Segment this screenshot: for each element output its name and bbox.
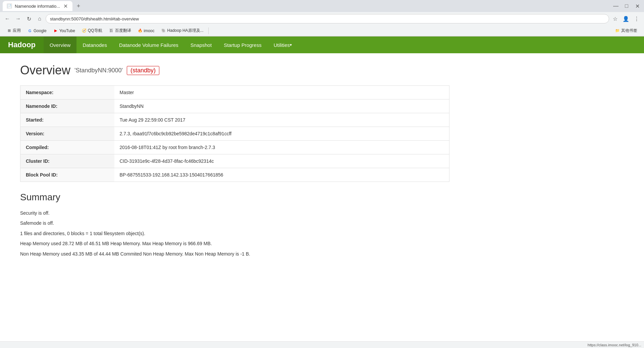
nav-item-utilities[interactable]: Utilities <box>268 37 298 53</box>
row-label: Version: <box>20 127 114 141</box>
bookmark-hadoop-label: Hadoop HA原理及... <box>167 28 204 33</box>
summary-section: Summary Security is off. Safemode is off… <box>20 192 449 258</box>
nav-item-snapshot[interactable]: Snapshot <box>184 37 218 53</box>
row-label: Namespace: <box>20 86 114 99</box>
bookmark-youtube[interactable]: ▶ YouTube <box>51 28 78 34</box>
overview-title: Overview <box>20 63 70 77</box>
row-value: Tue Aug 29 22:59:00 CST 2017 <box>114 113 449 127</box>
page-title: Overview 'StandbyNN:9000' (standby) <box>20 63 449 77</box>
bookmark-youtube-label: YouTube <box>59 28 75 33</box>
tab-bar: 📄 Namenode informatio... ✕ + — □ ✕ <box>0 0 644 12</box>
qqnav-icon: 🧭 <box>82 28 87 33</box>
close-button[interactable]: ✕ <box>633 2 641 10</box>
user-button[interactable]: 👤 <box>621 14 631 23</box>
table-row: Version: 2.7.3, rbaa91f7c6bc9cb92be5982d… <box>20 127 449 141</box>
row-value: 2.7.3, rbaa91f7c6bc9cb92be5982de4719c1c8… <box>114 127 449 141</box>
main-content: Overview 'StandbyNN:9000' (standby) Name… <box>0 53 470 270</box>
google-icon: G <box>28 28 32 33</box>
back-button[interactable]: ← <box>3 14 12 23</box>
summary-line-5: Non Heap Memory used 43.35 MB of 44.44 M… <box>20 250 449 258</box>
row-label: Compiled: <box>20 141 114 154</box>
tab-favicon: 📄 <box>7 3 12 9</box>
bookmark-baidu-label: 百度翻译 <box>115 28 131 33</box>
hadoop-bookmark-icon: 🐘 <box>161 28 166 33</box>
home-button[interactable]: ⌂ <box>35 14 44 23</box>
row-value: 2016-08-18T01:41Z by root from branch-2.… <box>114 141 449 154</box>
nav-item-overview[interactable]: Overview <box>44 37 77 53</box>
window-controls: — □ ✕ <box>612 2 641 10</box>
bookmark-apps[interactable]: ⊞ 应用 <box>4 27 23 34</box>
table-row: Namenode ID: StandbyNN <box>20 99 449 113</box>
bookmark-google-label: Google <box>34 28 47 33</box>
bookmark-other[interactable]: 📁 其他书签 <box>612 27 640 34</box>
nav-item-datanodes[interactable]: Datanodes <box>76 37 113 53</box>
standby-badge: (standby) <box>127 66 159 75</box>
address-bar[interactable]: standbynn:50070/dfshealth.html#tab-overv… <box>46 14 609 23</box>
row-label: Namenode ID: <box>20 99 114 113</box>
hadoop-navbar: Hadoop Overview Datanodes Datanode Volum… <box>0 37 644 53</box>
bookmark-qqnav[interactable]: 🧭 QQ导航 <box>79 27 105 34</box>
bookmarks-bar: ⊞ 应用 G Google ▶ YouTube 🧭 QQ导航 百 百度翻译 🔥 … <box>0 25 644 36</box>
summary-line-1: Security is off. <box>20 209 449 217</box>
new-tab-button[interactable]: + <box>74 1 83 11</box>
imooc-icon: 🔥 <box>138 28 143 33</box>
bookmark-separator <box>208 27 209 34</box>
nav-bar: ← → ↻ ⌂ standbynn:50070/dfshealth.html#t… <box>0 12 644 25</box>
hadoop-nav-items: Overview Datanodes Datanode Volume Failu… <box>44 37 298 53</box>
refresh-button[interactable]: ↻ <box>24 14 34 23</box>
nav-item-datanode-volume-failures[interactable]: Datanode Volume Failures <box>113 37 184 53</box>
active-tab[interactable]: 📄 Namenode informatio... ✕ <box>3 1 72 11</box>
overview-host: 'StandbyNN:9000' <box>74 67 123 74</box>
overview-section: Overview 'StandbyNN:9000' (standby) Name… <box>20 63 449 182</box>
nav-actions: ☆ 👤 ⋮ <box>610 14 641 23</box>
minimize-button[interactable]: — <box>612 2 620 10</box>
bookmark-other-label: 其他书签 <box>621 28 637 33</box>
summary-line-4: Heap Memory used 28.72 MB of 46.51 MB He… <box>20 240 449 247</box>
baidu-icon: 百 <box>109 28 114 33</box>
bookmark-button[interactable]: ☆ <box>610 14 620 23</box>
tab-close-button[interactable]: ✕ <box>63 3 68 9</box>
row-value: StandbyNN <box>114 99 449 113</box>
tab-title: Namenode informatio... <box>15 4 60 9</box>
address-text: standbynn:50070/dfshealth.html#tab-overv… <box>50 16 139 21</box>
forward-button[interactable]: → <box>13 14 23 23</box>
table-row: Compiled: 2016-08-18T01:41Z by root from… <box>20 141 449 154</box>
bookmark-apps-label: 应用 <box>13 28 21 33</box>
table-row: Block Pool ID: BP-687551533-192.168.142.… <box>20 168 449 182</box>
bookmark-baidufanyi[interactable]: 百 百度翻译 <box>106 27 134 34</box>
overview-table: Namespace: Master Namenode ID: StandbyNN… <box>20 85 449 182</box>
row-label: Cluster ID: <box>20 154 114 168</box>
table-row: Cluster ID: CID-31931e9c-4f28-4d37-8fac-… <box>20 154 449 168</box>
table-row: Namespace: Master <box>20 86 449 99</box>
bookmark-hadoop[interactable]: 🐘 Hadoop HA原理及... <box>159 27 206 34</box>
bookmark-qqnav-label: QQ导航 <box>88 28 102 33</box>
bookmark-imooc-label: imooc <box>144 28 155 33</box>
table-row: Started: Tue Aug 29 22:59:00 CST 2017 <box>20 113 449 127</box>
row-label: Started: <box>20 113 114 127</box>
summary-line-2: Safemode is off. <box>20 219 449 227</box>
summary-line-3: 1 files and directories, 0 blocks = 1 to… <box>20 230 449 237</box>
menu-button[interactable]: ⋮ <box>632 14 641 23</box>
row-value: BP-687551533-192.168.142.133-15040176618… <box>114 168 449 182</box>
row-value: Master <box>114 86 449 99</box>
folder-icon: 📁 <box>615 28 620 33</box>
row-value: CID-31931e9c-4f28-4d37-8fac-fc46bc92314c <box>114 154 449 168</box>
nav-item-startup-progress[interactable]: Startup Progress <box>218 37 268 53</box>
row-label: Block Pool ID: <box>20 168 114 182</box>
summary-title: Summary <box>20 192 449 203</box>
browser-chrome: 📄 Namenode informatio... ✕ + — □ ✕ ← → ↻… <box>0 0 644 37</box>
bookmark-imooc[interactable]: 🔥 imooc <box>135 28 157 34</box>
bookmark-google[interactable]: G Google <box>25 28 49 34</box>
maximize-button[interactable]: □ <box>623 2 631 10</box>
apps-icon: ⊞ <box>7 28 11 33</box>
youtube-icon: ▶ <box>53 28 58 33</box>
hadoop-brand[interactable]: Hadoop <box>0 37 44 53</box>
